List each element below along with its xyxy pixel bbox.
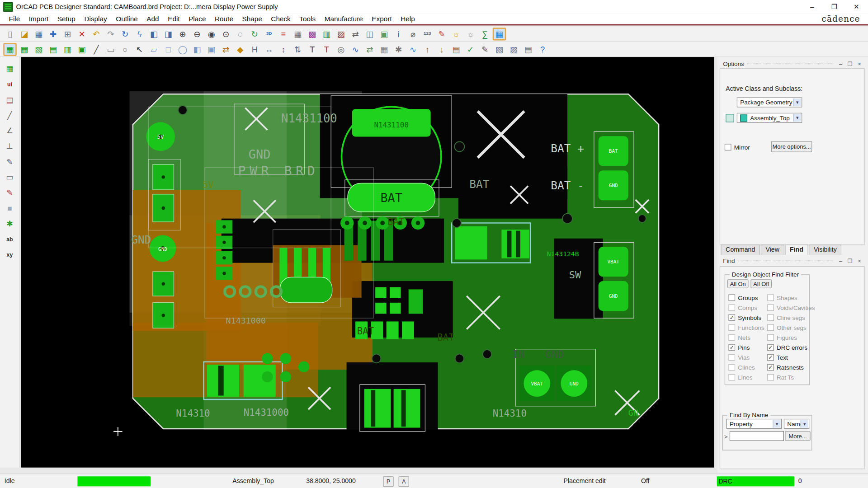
find-filter-rat-ts[interactable]: Rat Ts: [767, 374, 815, 381]
find-mode-select[interactable]: Name: [784, 419, 809, 429]
menu-add[interactable]: Add: [142, 14, 164, 24]
menu-manufacture[interactable]: Manufacture: [320, 14, 368, 24]
menu-edit[interactable]: Edit: [163, 14, 184, 24]
save-drawing-icon[interactable]: ▦: [32, 28, 45, 40]
xy-text-icon[interactable]: xy: [3, 249, 17, 261]
waveform-icon[interactable]: ∿: [406, 43, 420, 56]
find-minimize-icon[interactable]: –: [838, 258, 844, 263]
find-filter-symbols[interactable]: Symbols: [728, 314, 764, 321]
zoom-world-icon[interactable]: ⊙: [219, 28, 232, 40]
add-line-icon[interactable]: ╱: [90, 43, 103, 56]
report-icon[interactable]: ∑: [478, 28, 491, 40]
fixture-icon[interactable]: H: [248, 43, 261, 56]
grid-toggle-icon[interactable]: ▦: [291, 28, 304, 40]
find-filter-cline-segs[interactable]: Cline segs: [767, 314, 815, 321]
tab-find[interactable]: Find: [785, 244, 808, 255]
zoom-in-icon[interactable]: ⊕: [176, 28, 189, 40]
delete-icon[interactable]: ✕: [75, 28, 89, 40]
menu-route[interactable]: Route: [210, 14, 237, 24]
undo-icon[interactable]: ↶: [90, 28, 103, 40]
find-filter-comps[interactable]: Comps: [728, 304, 764, 311]
move-icon[interactable]: ✚: [47, 28, 60, 40]
new-window-icon[interactable]: ◧: [147, 28, 160, 40]
dimension-h-icon[interactable]: ↔: [262, 43, 275, 56]
shape-circle-icon[interactable]: ◯: [176, 43, 189, 56]
menu-help[interactable]: Help: [396, 14, 419, 24]
menu-shape[interactable]: Shape: [238, 14, 267, 24]
boards-stack-icon[interactable]: ▧: [493, 43, 506, 56]
ui-editor-icon[interactable]: ui: [3, 78, 17, 90]
select-arrow-icon[interactable]: ↖: [133, 43, 146, 56]
add-via-icon[interactable]: ◎: [335, 43, 348, 56]
copy-icon[interactable]: ⊞: [61, 28, 74, 40]
find-float-icon[interactable]: ❐: [847, 258, 853, 263]
subclass-swatch[interactable]: [726, 114, 734, 122]
drafting-line-icon[interactable]: ╱: [3, 109, 17, 121]
open-board-icon[interactable]: ▦: [3, 43, 16, 56]
find-type-select[interactable]: Property: [726, 419, 782, 429]
class-select[interactable]: Package Geometry: [737, 98, 802, 108]
minimize-button[interactable]: –: [808, 3, 816, 10]
find-filter-voids-cavities[interactable]: Voids/Cavities: [767, 304, 815, 311]
star-tool-icon[interactable]: ✱: [3, 217, 17, 230]
net-grid-icon[interactable]: ▦: [377, 43, 391, 56]
archive-icon[interactable]: ▤: [449, 43, 462, 56]
status-p-button[interactable]: P: [383, 476, 393, 487]
find-filter-figures[interactable]: Figures: [767, 333, 815, 341]
stack-boards-icon[interactable]: ▦: [3, 62, 17, 75]
mail-icon[interactable]: ▤: [521, 43, 534, 56]
new-drawing-icon[interactable]: ▯: [3, 28, 16, 40]
dehighlight-icon[interactable]: ☼: [464, 28, 477, 40]
help-icon[interactable]: ?: [536, 43, 549, 56]
show-measure-icon[interactable]: 123: [421, 28, 434, 40]
find-filter-lines[interactable]: Lines: [728, 374, 764, 381]
maximize-button[interactable]: ❐: [830, 3, 838, 10]
flip-design-icon[interactable]: ⇄: [219, 43, 232, 56]
menu-import[interactable]: Import: [24, 14, 53, 24]
options-minimize-icon[interactable]: –: [838, 61, 844, 66]
shape-void-icon[interactable]: ▣: [205, 43, 218, 56]
find-filter-drc-errors[interactable]: DRC errors: [767, 343, 815, 351]
refresh-icon[interactable]: ↻: [118, 28, 132, 40]
download-icon[interactable]: ↓: [435, 43, 448, 56]
board-symbol-icon[interactable]: ▤: [47, 43, 60, 56]
zoom-out-icon[interactable]: ⊖: [190, 28, 203, 40]
all-off-button[interactable]: All Off: [750, 279, 772, 288]
pencil-tool-icon[interactable]: ✎: [3, 187, 17, 199]
redraw-icon[interactable]: ↻: [248, 28, 261, 40]
swap-layers-icon[interactable]: ⇄: [349, 28, 362, 40]
markup-icon[interactable]: ✎: [435, 28, 448, 40]
find-filter-ratsnests[interactable]: Ratsnests: [767, 363, 815, 371]
all-on-button[interactable]: All On: [727, 279, 749, 288]
find-filter-clines[interactable]: Clines: [728, 363, 764, 371]
tab-visibility[interactable]: Visibility: [809, 244, 842, 255]
ratsnest-icon[interactable]: ✱: [392, 43, 405, 56]
verify-icon[interactable]: ✓: [464, 43, 477, 56]
menu-check[interactable]: Check: [267, 14, 295, 24]
zoom-previous-icon[interactable]: ◌: [234, 28, 247, 40]
show-element-icon[interactable]: ⌀: [406, 28, 420, 40]
tab-command[interactable]: Command: [721, 244, 760, 255]
find-filter-groups[interactable]: Groups: [728, 294, 764, 301]
swatch-icon[interactable]: ■: [3, 202, 17, 214]
assign-color-icon[interactable]: ▨: [335, 28, 348, 40]
highlight-icon[interactable]: ☼: [449, 28, 462, 40]
find-filter-nets[interactable]: Nets: [728, 333, 764, 341]
board-module-icon[interactable]: ▥: [61, 43, 74, 56]
status-a-button[interactable]: A: [399, 476, 409, 487]
shape-polygon-icon[interactable]: ▱: [147, 43, 160, 56]
add-rect-icon[interactable]: ▭: [104, 43, 117, 56]
edit-pencil-icon[interactable]: ✎: [478, 43, 491, 56]
drafting-angle-icon[interactable]: ∠: [3, 125, 17, 137]
glue-icon[interactable]: ◆: [234, 43, 247, 56]
pliers-tool-icon[interactable]: ⊥: [3, 140, 17, 152]
menu-outline[interactable]: Outline: [111, 14, 142, 24]
color-dialog-icon[interactable]: ▩: [306, 28, 319, 40]
add-text-icon[interactable]: T: [306, 43, 319, 56]
menu-setup[interactable]: Setup: [53, 14, 80, 24]
find-filter-text[interactable]: Text: [767, 353, 815, 361]
pin-swap-icon[interactable]: ⇄: [363, 43, 376, 56]
group-select-icon[interactable]: ▣: [377, 28, 391, 40]
design-sync-icon[interactable]: ϟ: [133, 28, 146, 40]
menu-place[interactable]: Place: [184, 14, 210, 24]
